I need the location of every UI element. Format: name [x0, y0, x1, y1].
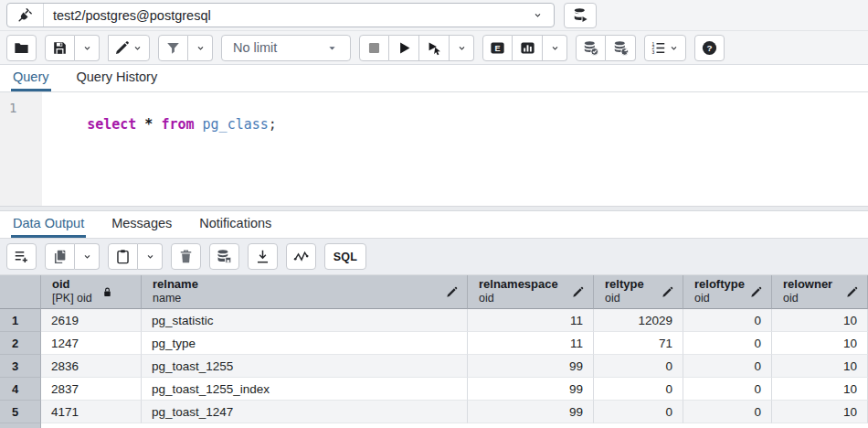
chevron-down-icon — [548, 41, 562, 55]
help-button[interactable] — [694, 35, 725, 61]
cell-relowner[interactable]: 10 — [772, 401, 868, 423]
cell-relowner[interactable]: 10 — [772, 378, 868, 401]
cell-reltype[interactable]: 0 — [594, 378, 683, 401]
database-undo-icon — [612, 39, 630, 57]
explain-analyze-button[interactable] — [513, 35, 543, 61]
cell-relname[interactable]: pg_toast_1255_index — [142, 378, 468, 401]
show-sql-button[interactable]: SQL — [324, 243, 366, 270]
row-number[interactable]: 2 — [0, 332, 41, 355]
cell-relname[interactable]: pg_toast_1247 — [142, 401, 468, 423]
code-area[interactable]: select * from pg_class; — [42, 92, 868, 206]
tab-messages[interactable]: Messages — [110, 211, 174, 238]
download-results-button[interactable] — [248, 243, 278, 270]
stop-button[interactable] — [359, 35, 389, 61]
cell-oid[interactable]: 1247 — [41, 332, 142, 355]
pencil-icon — [749, 285, 763, 299]
connection-bar: test2/postgres@postgresql — [0, 0, 868, 31]
column-name: reloftype — [694, 277, 745, 292]
row-limit-select[interactable]: No limit — [221, 35, 351, 61]
cell-reloftype[interactable]: 0 — [683, 401, 772, 423]
cell-relowner[interactable]: 10 — [772, 309, 868, 332]
output-tabbar: Data Output Messages Notifications — [0, 211, 868, 239]
execute-button[interactable] — [389, 35, 419, 61]
chevron-down-icon — [143, 250, 157, 263]
cell-relnamespace[interactable]: 11 — [468, 332, 594, 355]
row-number[interactable]: 3 — [0, 355, 41, 378]
cell-reltype[interactable]: 12029 — [594, 309, 683, 332]
cell-oid[interactable]: 2619 — [41, 309, 142, 332]
row-number[interactable]: 1 — [0, 309, 41, 332]
cell-relnamespace[interactable]: 99 — [468, 355, 594, 378]
execute-options-button[interactable] — [450, 35, 474, 61]
grid-header: oid[PK] oidrelnamenamerelnamespaceoidrel… — [0, 275, 868, 309]
cell-relnamespace[interactable]: 99 — [468, 401, 594, 423]
cell-reloftype[interactable]: 0 — [683, 355, 772, 378]
cell-oid[interactable]: 4171 — [41, 401, 142, 423]
column-header-oid[interactable]: oid[PK] oid — [41, 275, 142, 309]
cell-relname[interactable]: pg_toast_1255 — [142, 355, 468, 378]
select-all-corner[interactable] — [0, 275, 41, 309]
cell-reltype[interactable]: 0 — [594, 355, 683, 378]
copy-options-button[interactable] — [75, 243, 100, 270]
copy-button[interactable] — [45, 243, 75, 270]
tab-query-history[interactable]: Query History — [75, 65, 160, 91]
cell-reloftype[interactable]: 0 — [683, 378, 772, 401]
cell-oid[interactable]: 2837 — [41, 378, 142, 401]
paste-group — [108, 243, 163, 270]
database-connection-icon — [572, 6, 589, 24]
sql-editor[interactable]: 1 select * from pg_class; — [0, 92, 868, 206]
row-number[interactable]: 4 — [0, 378, 41, 401]
paste-button[interactable] — [108, 243, 138, 270]
column-type: name — [153, 292, 198, 305]
column-header-reloftype[interactable]: reloftypeoid — [683, 275, 772, 309]
cell-relowner[interactable]: 10 — [772, 332, 868, 355]
column-type: oid — [479, 292, 558, 305]
connection-selector[interactable]: test2/postgres@postgresql — [6, 3, 555, 27]
rollback-button[interactable] — [606, 35, 636, 61]
cell-relname[interactable]: pg_statistic — [142, 309, 468, 332]
open-file-button[interactable] — [6, 35, 37, 61]
commit-button[interactable] — [576, 35, 606, 61]
cell-reloftype[interactable]: 0 — [683, 309, 772, 332]
cell-relnamespace[interactable]: 11 — [468, 309, 594, 332]
add-row-button[interactable] — [6, 243, 37, 270]
column-header-relnamespace[interactable]: relnamespaceoid — [468, 275, 594, 309]
paste-options-button[interactable] — [138, 243, 163, 270]
execute-to-cursor-button[interactable] — [419, 35, 450, 61]
filter-button[interactable] — [158, 35, 188, 61]
cell-reltype[interactable]: 0 — [594, 401, 683, 423]
tab-notifications[interactable]: Notifications — [197, 211, 273, 238]
explain-options-button[interactable] — [543, 35, 567, 61]
column-name: oid — [52, 277, 92, 292]
new-connection-button[interactable] — [564, 3, 597, 28]
cell-relowner[interactable]: 10 — [772, 355, 868, 378]
macros-button[interactable] — [644, 35, 686, 61]
tab-query[interactable]: Query — [11, 65, 51, 91]
cell-reltype[interactable]: 71 — [594, 332, 683, 355]
copy-icon — [51, 248, 69, 265]
copy-group — [45, 243, 100, 270]
column-header-relname[interactable]: relnamename — [142, 275, 468, 309]
column-header-relowner[interactable]: relowneroid — [772, 275, 868, 309]
delete-row-button[interactable] — [171, 243, 201, 270]
filter-options-button[interactable] — [188, 35, 213, 61]
save-button[interactable] — [45, 35, 75, 61]
column-header-reltype[interactable]: reltypeoid — [594, 275, 683, 309]
pencil-icon — [113, 39, 131, 57]
cell-relname[interactable]: pg_type — [142, 332, 468, 355]
edit-button[interactable] — [108, 35, 150, 61]
cell-reloftype[interactable]: 0 — [683, 332, 772, 355]
tab-data-output[interactable]: Data Output — [11, 211, 86, 238]
table-row: 42837pg_toast_1255_index990010 — [0, 378, 868, 401]
play-cursor-icon — [426, 39, 443, 57]
graph-visualiser-button[interactable] — [286, 243, 316, 270]
row-number[interactable]: 5 — [0, 401, 41, 423]
explain-button[interactable] — [482, 35, 513, 61]
cell-oid[interactable]: 2836 — [41, 355, 142, 378]
save-data-changes-button[interactable] — [209, 243, 239, 270]
cell-relnamespace[interactable]: 99 — [468, 378, 594, 401]
transaction-group — [576, 35, 636, 61]
tab-query-label: Query — [13, 70, 49, 84]
download-icon — [254, 248, 271, 265]
save-options-button[interactable] — [75, 35, 100, 61]
